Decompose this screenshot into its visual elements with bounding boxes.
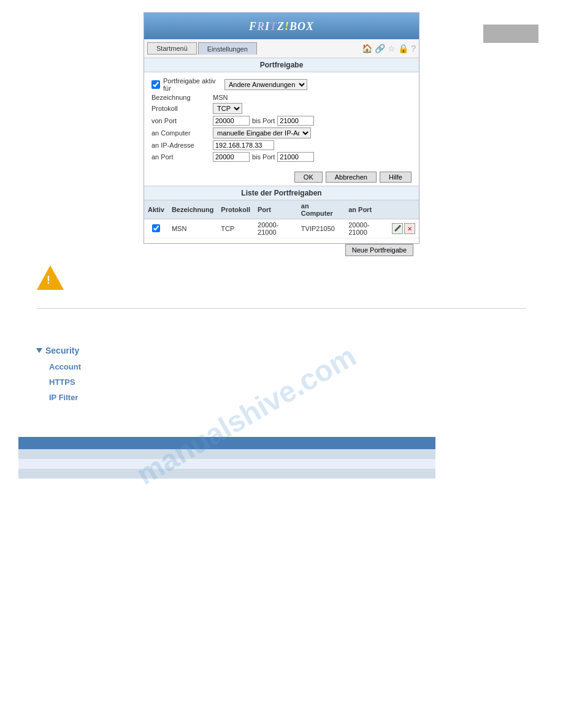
bezeichnung-label: Bezeichnung xyxy=(151,94,213,101)
bis-port-label-1: bis Port xyxy=(252,117,275,124)
startmenu-button[interactable]: Startmenü xyxy=(147,42,197,55)
portfreigabe-section: Portfreigabe Portfreigabe aktiv für Ande… xyxy=(144,58,419,186)
security-https-link[interactable]: HTTPS xyxy=(37,376,526,389)
bottom-table xyxy=(18,437,435,479)
nav-buttons: Startmenü Einstellungen xyxy=(147,42,257,55)
an-computer-select[interactable]: manuelle Eingabe der IP-Adresse xyxy=(213,127,311,138)
ip-adresse-input[interactable] xyxy=(213,140,274,150)
an-computer-row: an Computer manuelle Eingabe der IP-Adre… xyxy=(151,127,412,138)
nav-icons: 🏠 🔗 ☆ 🔒 ? xyxy=(362,44,416,53)
warning-icon xyxy=(37,265,64,293)
row-actions: ✕ xyxy=(388,219,419,238)
bis-port-input-2[interactable] xyxy=(277,152,314,162)
abbrechen-button[interactable]: Abbrechen xyxy=(326,172,377,183)
help-icon[interactable]: ? xyxy=(411,44,416,53)
an-port-input[interactable] xyxy=(213,152,250,162)
table-row: MSN TCP 20000-21000 TVIP21050 20000-2100… xyxy=(144,219,419,238)
von-port-input[interactable] xyxy=(213,116,250,126)
portfreigabe-title: Portfreigabe xyxy=(144,58,419,72)
security-account-link[interactable]: Account xyxy=(37,360,526,373)
network-icon[interactable]: 🔗 xyxy=(375,44,385,53)
neue-portfreigabe-container: Neue Portfreigabe xyxy=(144,238,419,243)
bottom-table-row-4 xyxy=(18,469,435,479)
nav-bar: Startmenü Einstellungen 🏠 🔗 ☆ 🔒 ? xyxy=(144,39,419,58)
warning-section xyxy=(37,256,526,302)
aktiv-label: Portfreigabe aktiv für xyxy=(163,77,224,92)
col-an-port: an Port xyxy=(345,200,388,219)
col-port: Port xyxy=(254,200,297,219)
row-aktiv-checkbox[interactable] xyxy=(152,224,160,232)
col-actions xyxy=(388,200,419,219)
ip-adresse-label: an IP-Adresse xyxy=(151,142,213,149)
protokoll-select[interactable]: TCP xyxy=(213,103,242,114)
an-port-label: an Port xyxy=(151,153,213,161)
bottom-table-section xyxy=(0,437,563,479)
security-title-text: Security xyxy=(45,346,79,355)
security-section: Security Account HTTPS IP Filter xyxy=(0,327,563,425)
an-computer-label: an Computer xyxy=(151,129,213,137)
anwendungen-select[interactable]: Andere Anwendungen xyxy=(224,79,307,90)
bottom-table-row-3 xyxy=(18,459,435,469)
von-port-label: von Port xyxy=(151,117,213,124)
fritzbox-panel: FRITZ!BOX Startmenü Einstellungen 🏠 🔗 ☆ … xyxy=(144,12,419,244)
ok-button[interactable]: OK xyxy=(294,172,323,183)
port-list-table: Aktiv Bezeichnung Protokoll Port an Comp… xyxy=(144,200,419,238)
col-an-computer: an Computer xyxy=(297,200,345,219)
row-protokoll: TCP xyxy=(217,219,254,238)
von-port-row: von Port bis Port xyxy=(151,116,412,126)
aktiv-row: Portfreigabe aktiv für Andere Anwendunge… xyxy=(151,77,412,92)
bottom-table-row-1 xyxy=(18,437,435,449)
lock-icon[interactable]: 🔒 xyxy=(398,44,408,53)
list-title: Liste der Portfreigaben xyxy=(144,186,419,200)
warning-triangle xyxy=(37,265,64,290)
col-bezeichnung: Bezeichnung xyxy=(168,200,217,219)
row-an-computer: TVIP21050 xyxy=(297,219,345,238)
bezeichnung-value: MSN xyxy=(213,94,228,101)
row-port: 20000-21000 xyxy=(254,219,297,238)
delete-button[interactable]: ✕ xyxy=(404,223,415,234)
home-icon[interactable]: 🏠 xyxy=(362,44,372,53)
row-aktiv xyxy=(144,219,168,238)
security-ip-filter-link[interactable]: IP Filter xyxy=(37,391,526,404)
security-nav: Security Account HTTPS IP Filter xyxy=(37,339,526,412)
portfreigabe-form: Portfreigabe aktiv für Andere Anwendunge… xyxy=(144,72,419,169)
col-protokoll: Protokoll xyxy=(217,200,254,219)
security-arrow-icon xyxy=(36,348,42,353)
security-title-row: Security xyxy=(37,346,526,355)
col-aktiv: Aktiv xyxy=(144,200,168,219)
bottom-table-row-2 xyxy=(18,449,435,459)
edit-button[interactable] xyxy=(392,223,403,234)
bis-port-label-2: bis Port xyxy=(252,153,275,161)
protokoll-row: Protokoll TCP xyxy=(151,103,412,114)
neue-portfreigabe-button[interactable]: Neue Portfreigabe xyxy=(345,244,413,256)
row-bezeichnung: MSN xyxy=(168,219,217,238)
port-list-section: Liste der Portfreigaben Aktiv Bezeichnun… xyxy=(144,186,419,243)
fritzbox-header: FRITZ!BOX xyxy=(144,13,419,39)
an-port-row: an Port bis Port xyxy=(151,152,412,162)
aktiv-checkbox[interactable] xyxy=(151,80,160,89)
fritzbox-title: FRITZ!BOX xyxy=(249,20,314,32)
form-buttons: OK Abbrechen Hilfe xyxy=(144,169,419,186)
row-an-port: 20000-21000 xyxy=(345,219,388,238)
bezeichnung-row: Bezeichnung MSN xyxy=(151,94,412,101)
einstellungen-button[interactable]: Einstellungen xyxy=(198,42,257,55)
protokoll-label: Protokoll xyxy=(151,105,213,112)
star-icon[interactable]: ☆ xyxy=(388,44,396,53)
bis-port-input-1[interactable] xyxy=(277,116,314,126)
hilfe-button[interactable]: Hilfe xyxy=(380,172,412,183)
top-right-box xyxy=(483,25,538,43)
ip-adresse-row: an IP-Adresse xyxy=(151,140,412,150)
section-divider xyxy=(37,308,526,309)
